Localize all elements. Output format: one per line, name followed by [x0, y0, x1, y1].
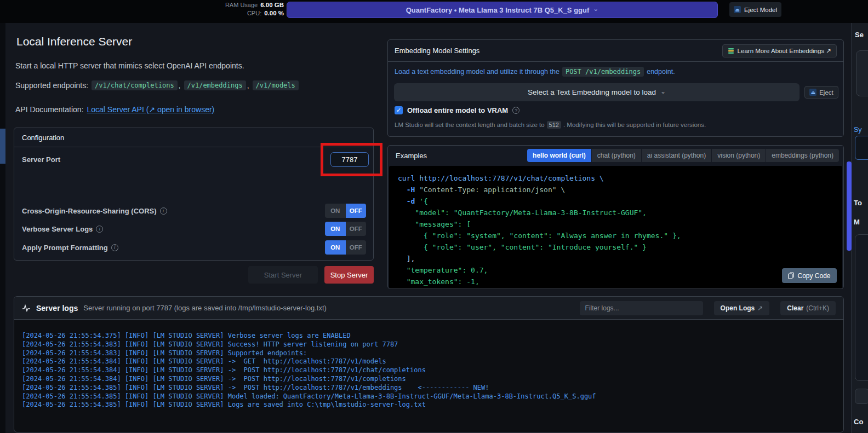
code-line: "messages": [: [398, 218, 833, 230]
eject-icon: ⏏: [809, 89, 816, 96]
info-icon[interactable]: i: [111, 244, 118, 251]
tab-ai-assistant-python[interactable]: ai assistant (python): [642, 149, 711, 162]
toggle-on[interactable]: ON: [325, 240, 346, 255]
embedding-description: Load a text embedding model and utilize …: [395, 67, 675, 77]
open-logs-label: Open Logs: [721, 304, 755, 312]
eject-icon: ⏏: [734, 6, 741, 13]
code-line: -d '{: [398, 195, 833, 207]
toggle-off[interactable]: OFF: [346, 240, 367, 255]
context-partial-label: Co: [854, 418, 863, 426]
tab-embeddings-python[interactable]: embeddings (python): [766, 149, 839, 162]
loaded-model-selector[interactable]: QuantFactory • Meta Llama 3 Instruct 7B …: [287, 2, 718, 18]
code-line: "stream": true: [398, 287, 833, 288]
embedding-model-dropdown[interactable]: Select a Text Embedding model to load ⌄: [394, 83, 800, 101]
cpu-usage: CPU:0.00 %: [247, 10, 284, 16]
embeddings-endpoint-badge: POST /v1/embeddings: [562, 67, 644, 77]
example-code-block: curl http://localhost:7787/v1/chat/compl…: [389, 166, 842, 288]
toggle-switch[interactable]: ONOFF: [325, 204, 366, 218]
embedding-settings-panel: Embedding Model Settings Learn More Abou…: [387, 39, 844, 137]
chevron-down-icon: ⌄: [593, 5, 598, 13]
code-line: -H "Content-Type: application/json" \: [398, 184, 833, 195]
toggle-row: Apply Prompt FormattingiONOFF: [22, 240, 366, 255]
toggle-switch[interactable]: ONOFF: [325, 240, 366, 255]
learn-more-embeddings-button[interactable]: Learn More About Embeddings ↗: [722, 44, 837, 57]
offload-vram-checkbox[interactable]: ✓: [395, 106, 403, 114]
code-line: { "role": "system", "content": "Always a…: [398, 230, 833, 241]
log-line: [2024-05-26 21:55:54.385] [INFO] [LM STU…: [22, 401, 836, 409]
annotation-highlight-box: [321, 143, 382, 176]
stop-server-button[interactable]: Stop Server: [324, 266, 374, 284]
ram-value: 6.00 GB: [260, 2, 284, 8]
code-line: "max_tokens": -1,: [398, 276, 833, 287]
system-stats: RAM Usage6.00 GB CPU:0.00 %: [207, 2, 284, 16]
copy-icon: [788, 272, 794, 279]
sidebar-active-indicator: [0, 129, 5, 164]
eject-embedding-button[interactable]: ⏏ Eject: [804, 86, 838, 99]
activity-icon: [22, 304, 31, 312]
page-subtitle: Start a local HTTP server that mimics se…: [15, 61, 244, 70]
clear-logs-button[interactable]: Clear (Ctrl+K): [780, 301, 836, 315]
batch-size-badge: 512: [547, 121, 561, 129]
chevron-down-icon: ⌄: [660, 88, 666, 95]
endpoint-badge: /v1/models: [253, 80, 299, 90]
code-segment: { "role": "system", "content": "Always a…: [398, 232, 681, 240]
code-line: "model": "QuantFactory/Meta-Llama-3-8B-I…: [398, 207, 833, 218]
server-port-label: Server Port: [22, 155, 60, 164]
toggle-on[interactable]: ON: [325, 222, 346, 236]
right-side-panel: Se Sy To M Co: [851, 23, 868, 433]
toggle-on[interactable]: ON: [325, 204, 346, 218]
toggle-row: Cross-Origin-Resource-Sharing (CORS)iONO…: [22, 204, 366, 218]
toggle-off[interactable]: OFF: [346, 204, 367, 218]
comma-text: ,: [247, 81, 249, 90]
toggle-switch[interactable]: ONOFF: [325, 222, 366, 236]
code-segment: -H: [398, 186, 419, 194]
info-icon[interactable]: i: [160, 207, 167, 215]
copy-code-button[interactable]: Copy Code: [782, 268, 837, 283]
code-segment: "messages": [: [398, 220, 471, 228]
code-segment: "max_tokens": -1,: [398, 278, 479, 286]
info-icon[interactable]: i: [96, 226, 103, 233]
eject-embedding-label: Eject: [819, 89, 833, 96]
api-doc-label: API Documentation:: [15, 105, 84, 114]
context-length-note: LM Studio will set the context length an…: [395, 121, 706, 129]
eject-model-button[interactable]: ⏏ Eject Model: [729, 2, 781, 17]
code-line: "temperature": 0.7,: [398, 264, 833, 276]
log-line: [2024-05-26 21:55:54.384] [INFO] [LM STU…: [22, 375, 836, 384]
tab-vision-python[interactable]: vision (python): [712, 149, 766, 162]
embedding-settings-title: Embedding Model Settings: [395, 47, 479, 55]
right-panel-input-box[interactable]: [855, 136, 868, 160]
log-line: [2024-05-26 21:55:54.384] [INFO] [LM STU…: [22, 357, 836, 366]
code-segment: ],: [398, 255, 415, 263]
comma-text: ,: [179, 81, 181, 90]
supported-endpoints-row: Supported endpoints: /v1/chat/completion…: [15, 80, 299, 90]
help-icon[interactable]: ?: [512, 107, 519, 114]
learn-more-label: Learn More About Embeddings ↗: [738, 47, 831, 55]
code-segment: curl http://localhost:7787/v1/chat/compl…: [398, 174, 604, 182]
start-server-button[interactable]: Start Server: [248, 266, 318, 284]
copy-code-label: Copy Code: [797, 272, 830, 280]
page-title: Local Inference Server: [16, 35, 132, 48]
code-segment: { "role": "user", "content": "Introduce …: [398, 243, 647, 251]
tab-chat-python[interactable]: chat (python): [592, 149, 641, 162]
server-logs-status: Server running on port 7787 (logs are sa…: [83, 304, 327, 312]
toggle-off[interactable]: OFF: [346, 222, 367, 236]
right-panel-button[interactable]: [855, 389, 868, 404]
right-panel-box: [856, 50, 868, 96]
scrollbar-thumb[interactable]: [847, 161, 852, 251]
tab-hello-world-curl[interactable]: hello world (curl): [527, 149, 591, 162]
settings-partial-label: Se: [855, 31, 864, 39]
ram-usage: RAM Usage6.00 GB: [225, 2, 284, 8]
api-doc-row: API Documentation: Local Server API (↗ o…: [15, 105, 214, 114]
endpoint-badge: /v1/chat/completions: [92, 80, 178, 90]
log-line: [2024-05-26 21:55:54.385] [INFO] [LM STU…: [22, 384, 836, 392]
cpu-value: 0.00 %: [264, 10, 284, 16]
api-doc-link[interactable]: Local Server API (↗ open in browser): [87, 105, 215, 114]
left-sidebar-strip: [0, 23, 5, 433]
open-logs-button[interactable]: Open Logs ↗: [714, 301, 770, 315]
model-partial-label: M: [854, 218, 860, 226]
filter-logs-input[interactable]: [580, 301, 703, 315]
embedding-dropdown-label: Select a Text Embedding model to load: [528, 88, 656, 96]
examples-title: Examples: [396, 152, 427, 160]
supported-endpoints-label: Supported endpoints:: [15, 81, 88, 90]
toggle-label: Apply Prompt Formattingi: [22, 244, 118, 252]
